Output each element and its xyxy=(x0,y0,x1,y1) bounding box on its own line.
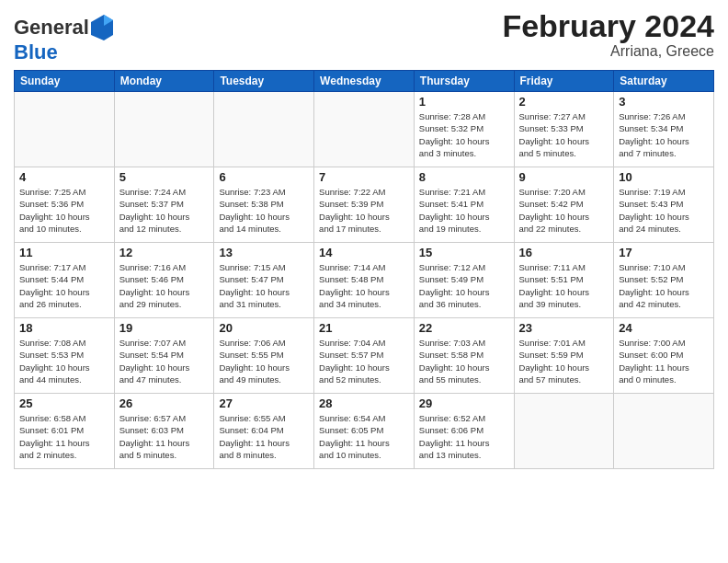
day-number: 28 xyxy=(319,396,409,410)
day-info: Sunrise: 7:21 AM Sunset: 5:41 PM Dayligh… xyxy=(419,186,509,235)
table-row: 1Sunrise: 7:28 AM Sunset: 5:32 PM Daylig… xyxy=(414,92,514,167)
day-number: 13 xyxy=(219,246,309,259)
table-row: 26Sunrise: 6:57 AM Sunset: 6:03 PM Dayli… xyxy=(114,394,214,469)
table-row xyxy=(214,92,314,167)
day-info: Sunrise: 7:24 AM Sunset: 5:37 PM Dayligh… xyxy=(119,186,210,235)
table-row: 28Sunrise: 6:54 AM Sunset: 6:05 PM Dayli… xyxy=(314,394,415,469)
day-number: 8 xyxy=(419,170,509,184)
day-number: 5 xyxy=(119,170,210,184)
day-number: 15 xyxy=(419,246,509,259)
table-row xyxy=(614,394,714,469)
day-info: Sunrise: 6:52 AM Sunset: 6:06 PM Dayligh… xyxy=(419,412,509,461)
table-row: 23Sunrise: 7:01 AM Sunset: 5:59 PM Dayli… xyxy=(514,318,614,394)
table-row: 21Sunrise: 7:04 AM Sunset: 5:57 PM Dayli… xyxy=(314,318,415,394)
page: General Blue February 2024 Arriana, Gree… xyxy=(0,0,728,563)
day-info: Sunrise: 7:27 AM Sunset: 5:33 PM Dayligh… xyxy=(519,110,609,159)
header: General Blue February 2024 Arriana, Gree… xyxy=(14,9,714,63)
logo-blue-text: Blue xyxy=(14,42,58,63)
calendar-week-row: 18Sunrise: 7:08 AM Sunset: 5:53 PM Dayli… xyxy=(15,318,714,394)
day-number: 24 xyxy=(619,321,709,335)
day-number: 23 xyxy=(519,321,609,335)
table-row: 3Sunrise: 7:26 AM Sunset: 5:34 PM Daylig… xyxy=(614,92,714,167)
col-wednesday: Wednesday xyxy=(314,71,415,92)
day-number: 22 xyxy=(419,321,509,335)
day-number: 26 xyxy=(119,396,210,410)
logo-icon xyxy=(91,15,113,42)
calendar-table: Sunday Monday Tuesday Wednesday Thursday… xyxy=(14,70,714,469)
table-row: 9Sunrise: 7:20 AM Sunset: 5:42 PM Daylig… xyxy=(514,167,614,243)
day-number: 3 xyxy=(619,95,709,109)
day-number: 9 xyxy=(519,170,609,184)
calendar-subtitle: Arriana, Greece xyxy=(502,43,714,60)
table-row xyxy=(114,92,214,167)
day-number: 14 xyxy=(319,246,409,259)
col-tuesday: Tuesday xyxy=(214,71,314,92)
day-info: Sunrise: 7:14 AM Sunset: 5:48 PM Dayligh… xyxy=(319,261,409,310)
table-row: 12Sunrise: 7:16 AM Sunset: 5:46 PM Dayli… xyxy=(114,243,214,318)
table-row: 7Sunrise: 7:22 AM Sunset: 5:39 PM Daylig… xyxy=(314,167,415,243)
table-row: 27Sunrise: 6:55 AM Sunset: 6:04 PM Dayli… xyxy=(214,394,314,469)
day-number: 6 xyxy=(219,170,309,184)
col-sunday: Sunday xyxy=(15,71,115,92)
day-info: Sunrise: 7:04 AM Sunset: 5:57 PM Dayligh… xyxy=(319,337,409,385)
col-thursday: Thursday xyxy=(414,71,514,92)
day-info: Sunrise: 7:16 AM Sunset: 5:46 PM Dayligh… xyxy=(119,261,210,310)
day-info: Sunrise: 7:20 AM Sunset: 5:42 PM Dayligh… xyxy=(519,186,609,235)
table-row xyxy=(514,394,614,469)
day-info: Sunrise: 7:25 AM Sunset: 5:36 PM Dayligh… xyxy=(19,186,109,235)
table-row: 24Sunrise: 7:00 AM Sunset: 6:00 PM Dayli… xyxy=(614,318,714,394)
col-monday: Monday xyxy=(114,71,214,92)
logo: General Blue xyxy=(14,13,113,63)
calendar-week-row: 4Sunrise: 7:25 AM Sunset: 5:36 PM Daylig… xyxy=(15,167,714,243)
col-friday: Friday xyxy=(514,71,614,92)
calendar-header-row: Sunday Monday Tuesday Wednesday Thursday… xyxy=(15,71,714,92)
calendar-title: February 2024 xyxy=(502,9,714,43)
day-info: Sunrise: 7:15 AM Sunset: 5:47 PM Dayligh… xyxy=(219,261,309,310)
table-row: 6Sunrise: 7:23 AM Sunset: 5:38 PM Daylig… xyxy=(214,167,314,243)
day-number: 2 xyxy=(519,95,609,109)
table-row: 17Sunrise: 7:10 AM Sunset: 5:52 PM Dayli… xyxy=(614,243,714,318)
title-block: February 2024 Arriana, Greece xyxy=(502,9,714,60)
day-info: Sunrise: 7:11 AM Sunset: 5:51 PM Dayligh… xyxy=(519,261,609,310)
table-row: 29Sunrise: 6:52 AM Sunset: 6:06 PM Dayli… xyxy=(414,394,514,469)
day-info: Sunrise: 7:01 AM Sunset: 5:59 PM Dayligh… xyxy=(519,337,609,385)
calendar-week-row: 1Sunrise: 7:28 AM Sunset: 5:32 PM Daylig… xyxy=(15,92,714,167)
table-row: 13Sunrise: 7:15 AM Sunset: 5:47 PM Dayli… xyxy=(214,243,314,318)
table-row: 5Sunrise: 7:24 AM Sunset: 5:37 PM Daylig… xyxy=(114,167,214,243)
logo-general-text: General xyxy=(14,17,89,38)
day-info: Sunrise: 7:17 AM Sunset: 5:44 PM Dayligh… xyxy=(19,261,109,310)
table-row xyxy=(314,92,415,167)
calendar-week-row: 11Sunrise: 7:17 AM Sunset: 5:44 PM Dayli… xyxy=(15,243,714,318)
day-info: Sunrise: 7:12 AM Sunset: 5:49 PM Dayligh… xyxy=(419,261,509,310)
table-row: 25Sunrise: 6:58 AM Sunset: 6:01 PM Dayli… xyxy=(15,394,115,469)
day-info: Sunrise: 6:55 AM Sunset: 6:04 PM Dayligh… xyxy=(219,412,309,461)
day-number: 19 xyxy=(119,321,210,335)
table-row: 8Sunrise: 7:21 AM Sunset: 5:41 PM Daylig… xyxy=(414,167,514,243)
table-row: 20Sunrise: 7:06 AM Sunset: 5:55 PM Dayli… xyxy=(214,318,314,394)
table-row: 14Sunrise: 7:14 AM Sunset: 5:48 PM Dayli… xyxy=(314,243,415,318)
table-row: 22Sunrise: 7:03 AM Sunset: 5:58 PM Dayli… xyxy=(414,318,514,394)
day-info: Sunrise: 7:07 AM Sunset: 5:54 PM Dayligh… xyxy=(119,337,210,385)
day-info: Sunrise: 7:00 AM Sunset: 6:00 PM Dayligh… xyxy=(619,337,709,385)
day-info: Sunrise: 7:26 AM Sunset: 5:34 PM Dayligh… xyxy=(619,110,709,159)
day-info: Sunrise: 7:19 AM Sunset: 5:43 PM Dayligh… xyxy=(619,186,709,235)
day-info: Sunrise: 7:06 AM Sunset: 5:55 PM Dayligh… xyxy=(219,337,309,385)
day-info: Sunrise: 7:22 AM Sunset: 5:39 PM Dayligh… xyxy=(319,186,409,235)
day-number: 18 xyxy=(19,321,109,335)
day-number: 20 xyxy=(219,321,309,335)
day-info: Sunrise: 7:08 AM Sunset: 5:53 PM Dayligh… xyxy=(19,337,109,385)
day-number: 11 xyxy=(19,246,109,259)
day-number: 29 xyxy=(419,396,509,410)
day-info: Sunrise: 7:03 AM Sunset: 5:58 PM Dayligh… xyxy=(419,337,509,385)
day-info: Sunrise: 7:23 AM Sunset: 5:38 PM Dayligh… xyxy=(219,186,309,235)
col-saturday: Saturday xyxy=(614,71,714,92)
day-number: 17 xyxy=(619,246,709,259)
day-number: 12 xyxy=(119,246,210,259)
day-number: 7 xyxy=(319,170,409,184)
day-info: Sunrise: 7:28 AM Sunset: 5:32 PM Dayligh… xyxy=(419,110,509,159)
day-number: 16 xyxy=(519,246,609,259)
table-row: 4Sunrise: 7:25 AM Sunset: 5:36 PM Daylig… xyxy=(15,167,115,243)
day-number: 1 xyxy=(419,95,509,109)
table-row: 19Sunrise: 7:07 AM Sunset: 5:54 PM Dayli… xyxy=(114,318,214,394)
table-row: 11Sunrise: 7:17 AM Sunset: 5:44 PM Dayli… xyxy=(15,243,115,318)
